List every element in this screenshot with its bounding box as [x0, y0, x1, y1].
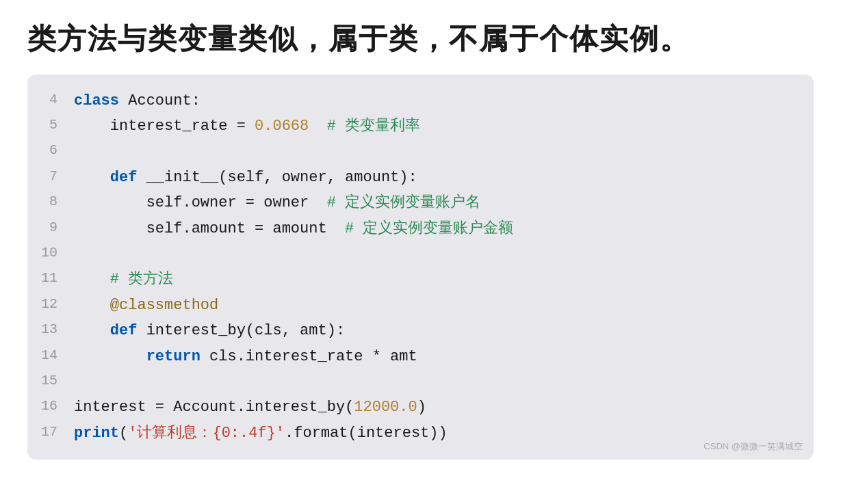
- line-number: 4: [41, 88, 74, 114]
- code-line: def __init__(self, owner, amount):: [74, 165, 513, 190]
- code-line: self.owner = owner # 定义实例变量账户名: [74, 190, 513, 215]
- code-line: [74, 369, 513, 395]
- watermark-text: CSDN @微微一笑满城空: [703, 440, 803, 453]
- table-row: 11 # 类方法: [41, 267, 514, 292]
- code-line: print('计算利息：{0:.4f}'.format(interest)): [74, 421, 513, 446]
- page-title: 类方法与类变量类似，属于类，不属于个体实例。: [27, 21, 690, 58]
- code-line: return cls.interest_rate * amt: [74, 344, 513, 369]
- line-number: 13: [41, 318, 74, 343]
- table-row: 4 class Account:: [41, 88, 514, 114]
- table-row: 16 interest = Account.interest_by(12000.…: [41, 395, 514, 420]
- line-number: 11: [41, 267, 74, 292]
- code-block: 4 class Account: 5 interest_rate = 0.066…: [27, 75, 814, 460]
- line-number: 16: [41, 395, 74, 420]
- code-line: # 类方法: [74, 267, 513, 292]
- table-row: 7 def __init__(self, owner, amount):: [41, 165, 514, 190]
- table-row: 10: [41, 241, 514, 267]
- table-row: 17 print('计算利息：{0:.4f}'.format(interest)…: [41, 421, 514, 446]
- table-row: 15: [41, 369, 514, 395]
- line-number: 7: [41, 165, 74, 190]
- code-table: 4 class Account: 5 interest_rate = 0.066…: [41, 88, 514, 446]
- code-line: interest_rate = 0.0668 # 类变量利率: [74, 114, 513, 139]
- line-number: 10: [41, 241, 74, 267]
- table-row: 12 @classmethod: [41, 293, 514, 318]
- table-row: 13 def interest_by(cls, amt):: [41, 318, 514, 343]
- code-line: def interest_by(cls, amt):: [74, 318, 513, 343]
- code-line: @classmethod: [74, 293, 513, 318]
- line-number: 15: [41, 369, 74, 395]
- code-line: self.amount = amount # 定义实例变量账户金额: [74, 216, 513, 241]
- line-number: 14: [41, 344, 74, 369]
- table-row: 6: [41, 139, 514, 164]
- code-line: [74, 241, 513, 267]
- code-line: interest = Account.interest_by(12000.0): [74, 395, 513, 420]
- line-number: 6: [41, 139, 74, 164]
- table-row: 5 interest_rate = 0.0668 # 类变量利率: [41, 114, 514, 139]
- code-line: class Account:: [74, 88, 513, 114]
- table-row: 14 return cls.interest_rate * amt: [41, 344, 514, 369]
- code-line: [74, 139, 513, 164]
- table-row: 9 self.amount = amount # 定义实例变量账户金额: [41, 216, 514, 241]
- line-number: 5: [41, 114, 74, 139]
- line-number: 12: [41, 293, 74, 318]
- line-number: 17: [41, 421, 74, 446]
- table-row: 8 self.owner = owner # 定义实例变量账户名: [41, 190, 514, 215]
- line-number: 9: [41, 216, 74, 241]
- line-number: 8: [41, 190, 74, 215]
